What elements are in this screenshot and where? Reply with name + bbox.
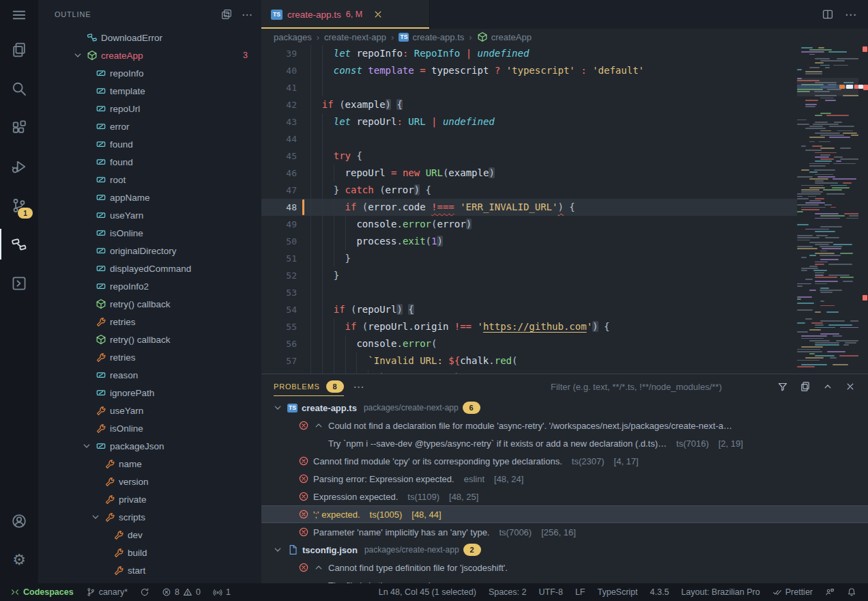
problem-item[interactable]: Expression expected.ts(1109)[48, 25] bbox=[261, 488, 868, 505]
activity-item-search[interactable] bbox=[0, 69, 38, 108]
code-line-54[interactable]: 54if (repoUrl) { bbox=[261, 301, 797, 318]
tab-close-icon[interactable] bbox=[373, 9, 384, 20]
problem-item[interactable]: Cannot find module 'cpy' or its correspo… bbox=[261, 452, 868, 470]
status-typescript[interactable]: TypeScript bbox=[591, 583, 643, 601]
outline-item-DownloadError[interactable]: DownloadError bbox=[38, 29, 261, 46]
outline-item-repoInfo[interactable]: repoInfo bbox=[38, 64, 261, 82]
outline-item-retries[interactable]: retries bbox=[38, 313, 261, 331]
outline-item-ignorePath[interactable]: ignorePath bbox=[38, 384, 261, 402]
status-ln-48-col-45-1-selected[interactable]: Ln 48, Col 45 (1 selected) bbox=[373, 583, 482, 601]
activity-item-debug[interactable] bbox=[0, 147, 38, 186]
status-codespaces[interactable]: Codespaces bbox=[4, 583, 80, 601]
problem-item[interactable]: Parsing error: Expression expected.eslin… bbox=[261, 470, 868, 488]
code-line-48[interactable]: 48if (error.code !=== 'ERR_INVALID_URL')… bbox=[261, 199, 797, 216]
status-feedback[interactable] bbox=[819, 583, 841, 601]
problems-group-create-app.ts[interactable]: TScreate-app.tspackages/create-next-app6 bbox=[261, 399, 868, 417]
code-line-53[interactable]: 53 bbox=[261, 284, 797, 301]
activity-item-menu[interactable] bbox=[0, 0, 38, 30]
status-8[interactable]: 80 bbox=[156, 583, 207, 601]
activity-item-panel-box[interactable] bbox=[0, 264, 38, 303]
outline-item-isOnline[interactable]: isOnline bbox=[38, 419, 261, 437]
code-line-51[interactable]: 51} bbox=[261, 250, 797, 267]
status-bell[interactable] bbox=[841, 583, 863, 601]
outline-item-createApp[interactable]: createApp3 bbox=[38, 46, 261, 64]
problems-group-tsconfig.json[interactable]: tsconfig.jsonpackages/create-next-app2 bbox=[261, 541, 868, 559]
panel-more-icon[interactable]: ⋯ bbox=[353, 380, 365, 393]
status-lf[interactable]: LF bbox=[569, 583, 592, 601]
outline-item-repoUrl[interactable]: repoUrl bbox=[38, 100, 261, 117]
outline-item-retry() callback[interactable]: retry() callback bbox=[38, 295, 261, 313]
activity-item-files[interactable] bbox=[0, 30, 38, 69]
outline-item-packageJson[interactable]: packageJson bbox=[38, 437, 261, 455]
status-layout-brazilian-pro[interactable]: Layout: Brazilian Pro bbox=[675, 583, 766, 601]
outline-item-displayedCommand[interactable]: displayedCommand bbox=[38, 260, 261, 277]
outline-item-root[interactable]: root bbox=[38, 171, 261, 188]
minimap[interactable] bbox=[797, 45, 858, 374]
code-line-40[interactable]: 40const template = typescript ? 'typescr… bbox=[261, 62, 797, 79]
code-line-55[interactable]: 55if (repoUrl.origin !== 'https://github… bbox=[261, 318, 797, 335]
code-line-43[interactable]: 43let repoUrl: URL | undefined bbox=[261, 113, 797, 130]
problem-item[interactable]: The file is in the program because: bbox=[261, 576, 868, 583]
outline-item-dev[interactable]: dev bbox=[38, 526, 261, 544]
code-line-47[interactable]: 47} catch (error) { bbox=[261, 182, 797, 199]
filter-button[interactable] bbox=[777, 381, 788, 392]
problem-item[interactable]: Parameter 'name' implicitly has an 'any'… bbox=[261, 523, 868, 541]
outline-item-error[interactable]: error bbox=[38, 117, 261, 135]
breadcrumb-create-app.ts[interactable]: TScreate-app.ts bbox=[399, 32, 464, 42]
code-line-49[interactable]: 49console.error(error) bbox=[261, 216, 797, 233]
code-line-44[interactable]: 44 bbox=[261, 130, 797, 148]
problem-item[interactable]: Try `npm i --save-dev @types/async-retry… bbox=[261, 434, 868, 452]
outline-item-scripts[interactable]: scripts bbox=[38, 508, 261, 526]
outline-item-retry() callback[interactable]: retry() callback bbox=[38, 331, 261, 348]
code-editor[interactable]: 39let repoInfo: RepoInfo | undefined40co… bbox=[261, 45, 868, 374]
status-4-3-5[interactable]: 4.3.5 bbox=[644, 583, 676, 601]
status-canary[interactable]: canary* bbox=[80, 583, 134, 601]
collapse-all-icon[interactable] bbox=[221, 9, 232, 20]
code-line-46[interactable]: 46repoUrl = new URL(example) bbox=[261, 165, 797, 182]
status-1[interactable]: 1 bbox=[207, 583, 237, 601]
code-line-45[interactable]: 45try { bbox=[261, 148, 797, 165]
editor-more-actions-icon[interactable]: ⋯ bbox=[845, 8, 857, 22]
outline-item-start[interactable]: start bbox=[38, 561, 261, 579]
split-editor-button[interactable] bbox=[822, 8, 834, 20]
activity-item-flow[interactable] bbox=[0, 225, 38, 264]
problem-item[interactable]: ';' expected.ts(1005)[48, 44] bbox=[261, 505, 868, 523]
status-prettier[interactable]: Prettier bbox=[766, 583, 819, 601]
status-spaces-2[interactable]: Spaces: 2 bbox=[482, 583, 533, 601]
code-line-56[interactable]: 56console.error( bbox=[261, 335, 797, 352]
outline-item-build[interactable]: build bbox=[38, 544, 261, 561]
tab-create-app[interactable]: TS create-app.ts 6, M bbox=[261, 0, 430, 29]
status-utf-8[interactable]: UTF-8 bbox=[532, 583, 568, 601]
outline-item-isOnline[interactable]: isOnline bbox=[38, 224, 261, 242]
activity-item-extensions[interactable] bbox=[0, 108, 38, 147]
problem-item[interactable]: Cannot find type definition file for 'js… bbox=[261, 559, 868, 576]
code-line-50[interactable]: 50process.exit(1) bbox=[261, 233, 797, 250]
activity-item-account[interactable] bbox=[0, 501, 38, 540]
code-line-39[interactable]: 39let repoInfo: RepoInfo | undefined bbox=[261, 45, 797, 62]
outline-item-reason[interactable]: reason bbox=[38, 366, 261, 384]
outline-item-appName[interactable]: appName bbox=[38, 188, 261, 206]
breadcrumb-create-next-app[interactable]: create-next-app bbox=[324, 32, 386, 42]
outline-item-useYarn[interactable]: useYarn bbox=[38, 402, 261, 419]
outline-item-name[interactable]: name bbox=[38, 455, 261, 473]
code-line-57[interactable]: 57`Invalid URL: ${chalk.red( bbox=[261, 352, 797, 369]
outline-item-version[interactable]: version bbox=[38, 473, 261, 490]
outline-item-useYarn[interactable]: useYarn bbox=[38, 206, 261, 224]
outline-item-originalDirectory[interactable]: originalDirectory bbox=[38, 242, 261, 260]
status-sync[interactable] bbox=[134, 583, 156, 601]
maximize-panel-button[interactable] bbox=[822, 381, 833, 392]
problems-filter-input[interactable] bbox=[549, 381, 765, 393]
activity-item-gear[interactable]: ⚙ bbox=[0, 540, 38, 579]
outline-item-found[interactable]: found bbox=[38, 153, 261, 171]
activity-item-scm[interactable]: 1 bbox=[0, 186, 38, 225]
outline-item-retries[interactable]: retries bbox=[38, 348, 261, 366]
breadcrumb-createApp[interactable]: createApp bbox=[477, 31, 532, 42]
problem-item[interactable]: Could not find a declaration file for mo… bbox=[261, 417, 868, 434]
close-panel-button[interactable] bbox=[845, 381, 856, 392]
outline-item-template[interactable]: template bbox=[38, 82, 261, 100]
code-line-42[interactable]: 42if (example) { bbox=[261, 96, 797, 113]
code-line-52[interactable]: 52} bbox=[261, 267, 797, 284]
move-panel-button[interactable] bbox=[800, 381, 811, 392]
outline-item-repoInfo2[interactable]: repoInfo2 bbox=[38, 277, 261, 295]
code-line-41[interactable]: 41 bbox=[261, 79, 797, 96]
